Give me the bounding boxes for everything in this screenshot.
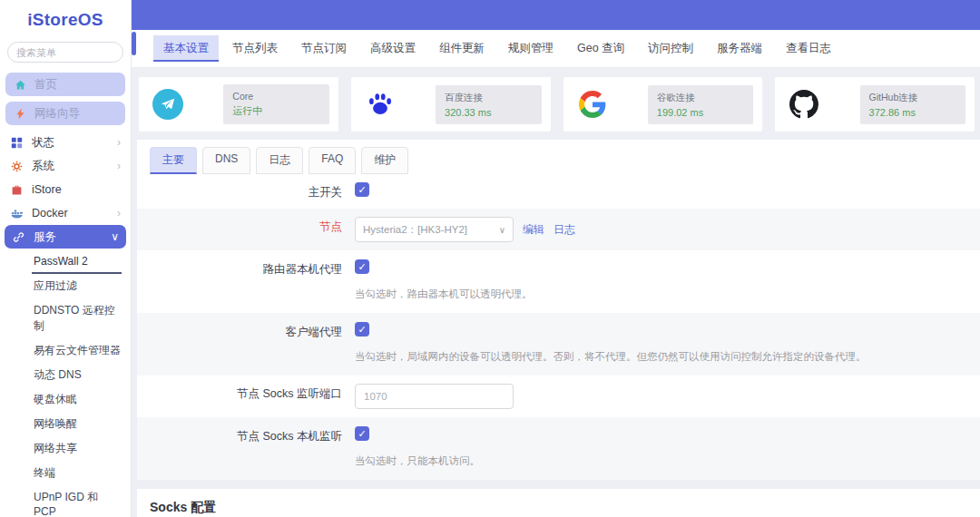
subtab-faq[interactable]: FAQ bbox=[309, 147, 356, 174]
sidebar-item-label: 服务 bbox=[34, 229, 56, 245]
github-latency-card: GitHub连接 372.86 ms bbox=[775, 77, 975, 132]
status-value: 199.02 ms bbox=[657, 107, 744, 118]
edit-node-link[interactable]: 编辑 bbox=[523, 222, 544, 238]
client-proxy-row: 客户端代理 ✓ 当勾选时，局域网内的设备可以透明代理。否则，将不代理。但您仍然可… bbox=[137, 313, 980, 376]
sidebar-item-label: 状态 bbox=[32, 135, 54, 151]
bolt-icon bbox=[14, 108, 27, 120]
status-grid-icon bbox=[10, 137, 24, 149]
socks-local-checkbox[interactable]: ✓ bbox=[355, 426, 369, 441]
socks-port-input[interactable] bbox=[355, 384, 514, 409]
submenu-item-ddnsto[interactable]: DDNSTO 远程控制 bbox=[32, 298, 122, 338]
socks-port-row: 节点 Socks 监听端口 bbox=[137, 376, 980, 417]
sidebar-item-services[interactable]: 服务 ∨ bbox=[5, 225, 126, 249]
node-select-value: Hysteria2：[HK3-HY2] bbox=[363, 223, 467, 237]
tab-view-log[interactable]: 查看日志 bbox=[776, 35, 841, 62]
client-proxy-checkbox[interactable]: ✓ bbox=[355, 322, 369, 337]
core-status-card: Core 运行中 bbox=[139, 77, 338, 132]
services-submenu: PassWall 2 应用过滤 DDNSTO 远程控制 易有云文件管理器 动态 … bbox=[0, 249, 131, 517]
tab-rule-manage[interactable]: 规则管理 bbox=[498, 35, 564, 62]
field-description: 当勾选时，局域网内的设备可以透明代理。否则，将不代理。但您仍然可以使用访问控制允… bbox=[355, 350, 980, 364]
status-value: 运行中 bbox=[232, 104, 319, 118]
sidebar-item-label: 首页 bbox=[34, 77, 57, 93]
main-switch-row: 主开关 ✓ bbox=[137, 174, 980, 209]
sidebar-item-label: 系统 bbox=[32, 159, 54, 174]
chevron-down-icon: ∨ bbox=[499, 225, 505, 235]
socks-config-heading: Socks 配置 bbox=[137, 500, 980, 516]
sidebar-item-label: Docker bbox=[32, 207, 68, 219]
settings-subtabs: 主要 DNS 日志 FAQ 维护 bbox=[137, 140, 980, 174]
subtab-log[interactable]: 日志 bbox=[256, 147, 303, 174]
baidu-latency-card: 百度连接 320.33 ms bbox=[351, 77, 551, 132]
google-icon bbox=[576, 88, 609, 121]
submenu-item-wol[interactable]: 网络唤醒 bbox=[32, 412, 122, 436]
github-icon bbox=[788, 88, 820, 121]
node-select[interactable]: Hysteria2：[HK3-HY2] ∨ bbox=[355, 217, 514, 242]
status-title: 百度连接 bbox=[445, 92, 532, 104]
tab-server-side[interactable]: 服务器端 bbox=[707, 35, 772, 62]
field-label: 节点 bbox=[137, 217, 355, 242]
field-label: 客户端代理 bbox=[137, 322, 355, 364]
status-box: Core 运行中 bbox=[223, 84, 328, 124]
submenu-item-linkease[interactable]: 易有云文件管理器 bbox=[32, 338, 122, 363]
scrollbar-thumb[interactable] bbox=[132, 32, 136, 55]
node-log-link[interactable]: 日志 bbox=[554, 222, 575, 238]
app-logo: iStoreOS bbox=[0, 10, 131, 30]
chevron-right-icon: › bbox=[117, 160, 121, 172]
status-box: 百度连接 320.33 ms bbox=[436, 85, 541, 124]
tab-geo-query[interactable]: Geo 查询 bbox=[567, 35, 634, 62]
status-title: Core bbox=[232, 91, 319, 102]
submenu-item-app-filter[interactable]: 应用过滤 bbox=[32, 274, 122, 298]
field-label: 节点 Socks 监听端口 bbox=[137, 384, 355, 409]
field-description: 当勾选时，只能本机访问。 bbox=[355, 454, 980, 468]
docker-whale-icon bbox=[10, 207, 24, 219]
submenu-item-terminal[interactable]: 终端 bbox=[32, 461, 122, 485]
tab-node-list[interactable]: 节点列表 bbox=[222, 35, 288, 62]
home-icon bbox=[14, 79, 27, 91]
submenu-item-network-share[interactable]: 网络共享 bbox=[32, 436, 122, 461]
top-header-bar bbox=[132, 0, 980, 30]
submenu-item-upnp[interactable]: UPnP IGD 和 PCP bbox=[32, 485, 122, 517]
status-box: GitHub连接 372.86 ms bbox=[860, 85, 965, 124]
sidebar-item-docker[interactable]: Docker › bbox=[0, 201, 131, 225]
submenu-item-disk-sleep[interactable]: 硬盘休眠 bbox=[32, 387, 122, 412]
status-title: 谷歌连接 bbox=[657, 92, 744, 104]
tab-basic-settings[interactable]: 基本设置 bbox=[153, 35, 219, 62]
telegram-icon bbox=[152, 88, 184, 121]
subtab-main[interactable]: 主要 bbox=[150, 147, 197, 174]
router-proxy-checkbox[interactable]: ✓ bbox=[355, 259, 369, 274]
link-icon bbox=[12, 231, 25, 243]
submenu-item-passwall2[interactable]: PassWall 2 bbox=[32, 250, 122, 274]
subtab-dns[interactable]: DNS bbox=[202, 147, 250, 174]
subtab-maintenance[interactable]: 维护 bbox=[361, 147, 408, 174]
app-window: iStoreOS 首页 网络向导 状态 › 系统 bbox=[0, 0, 980, 517]
tab-node-subscribe[interactable]: 节点订阅 bbox=[291, 35, 357, 62]
main-switch-checkbox[interactable]: ✓ bbox=[355, 182, 369, 197]
chevron-right-icon: › bbox=[117, 136, 121, 149]
passwall-tabbar: 基本设置 节点列表 节点订阅 高级设置 组件更新 规则管理 Geo 查询 访问控… bbox=[132, 30, 980, 68]
search-input[interactable] bbox=[7, 42, 123, 63]
google-latency-card: 谷歌连接 199.02 ms bbox=[564, 77, 763, 132]
status-value: 320.33 ms bbox=[445, 107, 532, 118]
baidu-icon bbox=[364, 88, 397, 121]
istore-briefcase-icon bbox=[10, 184, 24, 196]
field-label: 路由器本机代理 bbox=[137, 259, 355, 301]
sidebar-item-network-wizard[interactable]: 网络向导 bbox=[5, 102, 125, 125]
socks-config-panel: Socks 配置 Socks 主开关 状态 启用 Socks 节点 当前节点 S… bbox=[137, 489, 980, 517]
tab-advanced-settings[interactable]: 高级设置 bbox=[360, 35, 426, 62]
field-label: 节点 Socks 本机监听 bbox=[137, 426, 355, 468]
sidebar-item-istore[interactable]: iStore bbox=[0, 178, 131, 201]
chevron-right-icon: › bbox=[117, 207, 121, 219]
chevron-down-icon: ∨ bbox=[111, 230, 119, 243]
status-box: 谷歌连接 199.02 ms bbox=[648, 85, 753, 124]
tab-component-update[interactable]: 组件更新 bbox=[429, 35, 495, 62]
submenu-item-ddns[interactable]: 动态 DNS bbox=[32, 363, 122, 387]
tab-access-control[interactable]: 访问控制 bbox=[638, 35, 703, 62]
sidebar-item-status[interactable]: 状态 › bbox=[0, 131, 131, 154]
node-row: 节点 Hysteria2：[HK3-HY2] ∨ 编辑 日志 bbox=[137, 209, 980, 250]
router-proxy-row: 路由器本机代理 ✓ 当勾选时，路由器本机可以透明代理。 bbox=[137, 250, 980, 313]
status-cards: Core 运行中 百度连接 320.33 ms bbox=[139, 77, 975, 132]
sidebar-item-home[interactable]: 首页 bbox=[5, 73, 125, 96]
sidebar-item-system[interactable]: 系统 › bbox=[0, 154, 131, 178]
main-area: 基本设置 节点列表 节点订阅 高级设置 组件更新 规则管理 Geo 查询 访问控… bbox=[132, 0, 980, 517]
basic-settings-panel: 主要 DNS 日志 FAQ 维护 主开关 ✓ 节点 Hysteria2：[ bbox=[137, 140, 980, 480]
